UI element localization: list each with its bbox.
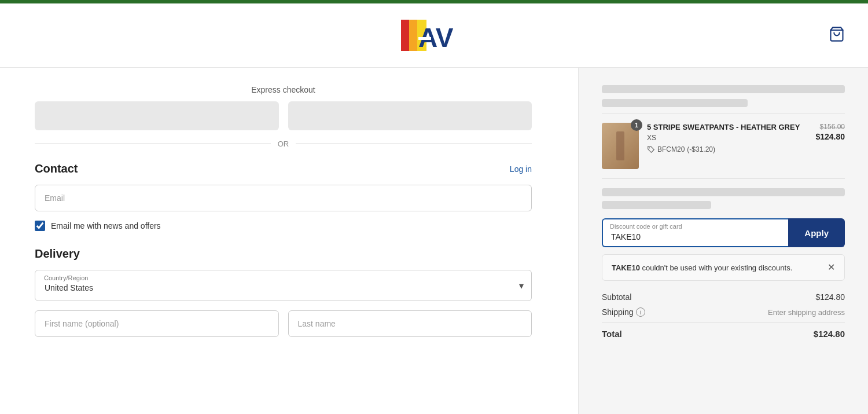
- cart-icon[interactable]: [829, 26, 845, 45]
- address-row: [35, 310, 532, 346]
- shipping-value: Enter shipping address: [768, 308, 845, 317]
- left-panel: Express checkout OR Contact Log in Email…: [0, 68, 579, 414]
- main-layout: Express checkout OR Contact Log in Email…: [0, 68, 868, 414]
- discount-row: Discount code or gift card Apply: [602, 218, 845, 247]
- discount-tag-icon: [647, 145, 655, 153]
- product-variant: XS: [647, 134, 807, 142]
- subtotal-value: $124.80: [815, 292, 845, 302]
- discount-amount-label: (-$31.20): [687, 145, 715, 153]
- product-discount-tag: BFCM20 (-$31.20): [647, 145, 807, 153]
- email-field[interactable]: [35, 185, 532, 211]
- newsletter-label[interactable]: Email me with news and offers: [51, 221, 161, 230]
- price-current: $124.80: [815, 132, 845, 141]
- shipping-label-wrap: Shipping i: [602, 307, 645, 317]
- error-message: couldn't be used with your existing disc…: [640, 263, 792, 272]
- first-name-field[interactable]: [35, 310, 279, 337]
- express-checkout-label: Express checkout: [35, 85, 532, 94]
- discount-input[interactable]: [602, 218, 788, 247]
- shipping-info-icon[interactable]: i: [636, 307, 645, 317]
- last-name-field[interactable]: [288, 310, 532, 337]
- error-close-button[interactable]: ✕: [827, 263, 835, 272]
- total-value: $124.80: [814, 329, 845, 339]
- apply-button[interactable]: Apply: [788, 218, 845, 247]
- product-badge: 1: [631, 119, 642, 131]
- svg-rect-3: [401, 20, 409, 51]
- shipping-label: Shipping: [602, 307, 634, 317]
- discount-code-label: BFCM20: [657, 145, 685, 153]
- product-row: 1 5 STRIPE SWEATPANTS - HEATHER GREY XS …: [602, 113, 845, 179]
- skeleton-line-1: [602, 85, 845, 93]
- subtotal-label: Subtotal: [602, 292, 631, 302]
- product-image-wrap: 1: [602, 123, 639, 169]
- error-message-box: TAKE10 couldn't be used with your existi…: [602, 254, 845, 281]
- subtotal-row: Subtotal $124.80: [602, 292, 845, 302]
- log-in-link[interactable]: Log in: [510, 164, 532, 174]
- express-button-1[interactable]: [35, 101, 279, 130]
- newsletter-row: Email me with news and offers: [35, 221, 532, 231]
- logo: AV: [396, 15, 472, 56]
- express-button-2[interactable]: [288, 101, 532, 130]
- contact-header: Contact Log in: [35, 162, 532, 175]
- total-label: Total: [602, 329, 622, 339]
- skeleton-line-4: [602, 201, 711, 209]
- product-name: 5 STRIPE SWEATPANTS - HEATHER GREY: [647, 123, 807, 131]
- product-price-col: $156.00 $124.80: [815, 123, 845, 141]
- delivery-title: Delivery: [35, 247, 532, 261]
- header: AV: [0, 3, 868, 68]
- right-panel: 1 5 STRIPE SWEATPANTS - HEATHER GREY XS …: [579, 68, 868, 414]
- country-select-wrapper: Country/Region United States ▾: [35, 270, 532, 301]
- discount-input-wrap: Discount code or gift card: [602, 218, 788, 247]
- error-text: TAKE10 couldn't be used with your existi…: [612, 263, 792, 272]
- svg-rect-10: [616, 131, 624, 160]
- shipping-row: Shipping i Enter shipping address: [602, 307, 845, 317]
- country-select[interactable]: United States: [35, 270, 532, 301]
- skeleton-line-2: [602, 99, 748, 107]
- or-divider: OR: [35, 140, 532, 148]
- svg-rect-8: [418, 37, 431, 40]
- product-details: 5 STRIPE SWEATPANTS - HEATHER GREY XS BF…: [647, 123, 807, 153]
- or-text: OR: [278, 140, 289, 148]
- svg-point-11: [649, 148, 650, 149]
- express-buttons: [35, 101, 532, 130]
- skeleton-line-3: [602, 188, 845, 196]
- newsletter-checkbox[interactable]: [35, 221, 45, 231]
- error-code: TAKE10: [612, 263, 640, 272]
- first-name-wrap: [35, 310, 279, 346]
- price-original: $156.00: [815, 123, 845, 131]
- contact-title: Contact: [35, 162, 78, 175]
- last-name-wrap: [288, 310, 532, 346]
- total-row: Total $124.80: [602, 323, 845, 339]
